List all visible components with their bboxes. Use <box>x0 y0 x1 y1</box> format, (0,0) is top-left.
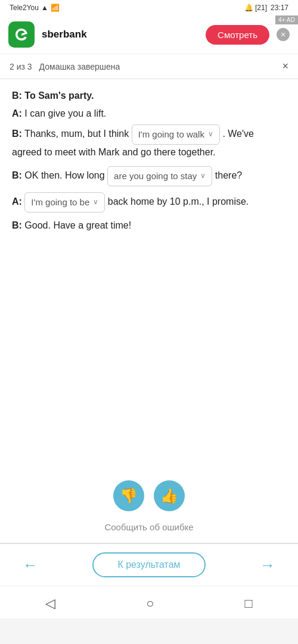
forward-button[interactable]: → <box>255 554 280 577</box>
feedback-buttons: 👎 👍 <box>113 480 185 511</box>
dislike-icon: 👎 <box>120 487 138 504</box>
results-button[interactable]: К результатам <box>92 552 205 577</box>
dropdown-3-value: I'm going to be <box>31 195 89 210</box>
wifi-icon: 📶 <box>51 4 60 12</box>
report-error-button[interactable]: Сообщить об ошибке <box>104 518 193 536</box>
line-a1-text: I can give you a lift. <box>24 108 106 118</box>
ad-watch-button[interactable]: Смотреть <box>206 25 269 45</box>
status-right: 🔔 [21] 23:17 <box>244 4 288 12</box>
line-b2-prefix: OK then. How long <box>24 170 107 180</box>
carrier-text: Tele2You <box>10 4 39 12</box>
bottom-nav: ← К результатам → <box>0 543 298 586</box>
android-nav: ◁ ○ □ <box>0 586 298 618</box>
dialog-line-b3: B: Good. Have a great time! <box>12 218 286 233</box>
status-left: Tele2You ▲ 📶 <box>10 4 60 12</box>
like-icon: 👍 <box>160 487 178 504</box>
dialog-block-a2: A: I'm going to be ∨ back home by 10 p.m… <box>12 192 286 212</box>
dropdown-2-chevron: ∨ <box>200 170 206 182</box>
speaker-b2: B: <box>12 170 22 180</box>
speaker-a1: A: <box>12 108 22 118</box>
dialog-block-b1: B: Thanks, mum, but I think I'm going to… <box>12 124 286 160</box>
cutoff-text: B: To Sam's party. <box>12 90 94 101</box>
dialog-cutoff: B: To Sam's party. <box>12 89 286 103</box>
dialog-line-a1: A: I can give you a lift. <box>12 107 286 121</box>
dialog-block-b2: B: OK then. How long are you going to st… <box>12 166 286 186</box>
main-content: B: To Sam's party. A: I can give you a l… <box>0 79 298 466</box>
dropdown-2[interactable]: are you going to stay ∨ <box>107 166 212 186</box>
feedback-section: 👎 👍 Сообщить об ошибке <box>0 466 298 543</box>
ad-tag: 4+·AD <box>275 15 298 24</box>
sberbank-logo-icon <box>12 25 31 44</box>
android-recent-button[interactable]: □ <box>235 593 262 614</box>
dropdown-1[interactable]: I'm going to walk ∨ <box>132 124 220 145</box>
dropdown-1-value: I'm going to walk <box>138 127 204 142</box>
dropdown-1-chevron: ∨ <box>208 129 213 140</box>
signal-icon: ▲ <box>41 4 48 12</box>
progress-bar: 2 из 3 Домашка завершена × <box>0 54 298 79</box>
progress-counter: 2 из 3 <box>10 62 32 71</box>
line-b1-prefix: Thanks, mum, but I think <box>24 129 132 139</box>
sberbank-logo <box>8 21 35 48</box>
ad-close-button[interactable]: × <box>277 28 290 41</box>
like-button[interactable]: 👍 <box>154 480 185 511</box>
progress-label: Домашка завершена <box>39 62 275 71</box>
time-text: 23:17 <box>271 4 288 12</box>
dropdown-3-chevron: ∨ <box>93 196 98 208</box>
line-b2-suffix: there? <box>215 170 242 180</box>
dropdown-3[interactable]: I'm going to be ∨ <box>24 192 105 212</box>
speaker-b1: B: <box>12 129 22 139</box>
speaker-a2: A: <box>12 196 22 207</box>
notification-icon: 🔔 [21] <box>244 4 267 12</box>
android-home-button[interactable]: ○ <box>136 593 163 614</box>
line-b3-text: Good. Have a great time! <box>24 220 131 230</box>
android-back-button[interactable]: ◁ <box>36 593 65 614</box>
status-bar: Tele2You ▲ 📶 🔔 [21] 23:17 <box>0 0 298 15</box>
ad-banner: sberbank Смотреть × 4+·AD <box>0 15 298 54</box>
line-a2-suffix: back home by 10 p.m., I promise. <box>108 196 249 207</box>
dislike-button[interactable]: 👎 <box>113 480 144 511</box>
speaker-b3: B: <box>12 220 22 230</box>
ad-app-name: sberbank <box>42 29 198 40</box>
dropdown-2-value: are you going to stay <box>114 169 197 183</box>
progress-close-button[interactable]: × <box>282 60 288 73</box>
back-button[interactable]: ← <box>18 554 43 577</box>
